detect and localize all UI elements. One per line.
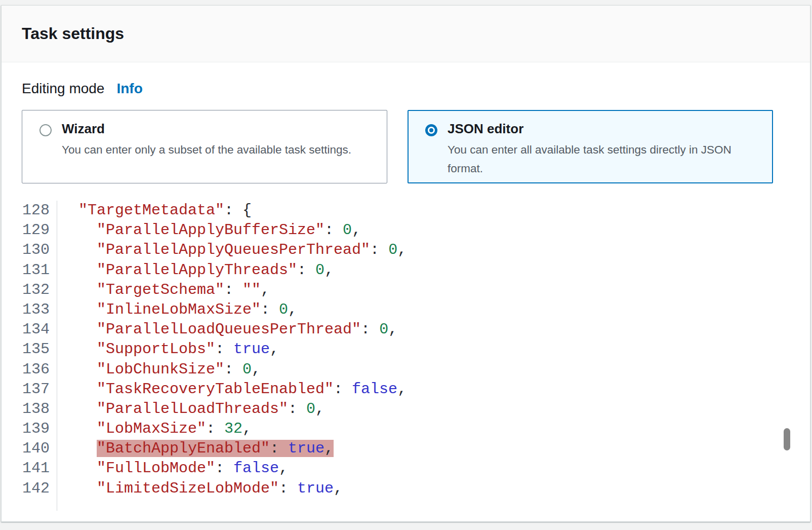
code-line[interactable]: "TargetSchema": "", [60,280,790,300]
code-line[interactable]: "LimitedSizeLobMode": true, [60,479,790,499]
editing-mode-tiles: Wizard You can enter only a subset of th… [22,110,790,183]
line-number: 132 [22,280,50,300]
panel-body: Editing mode Info Wizard You can enter o… [2,62,810,511]
code-lines[interactable]: "TargetMetadata": { "ParallelApplyBuffer… [57,201,790,511]
json-editor-radio-icon[interactable] [425,124,437,136]
code-line[interactable]: "LobMaxSize": 32, [60,419,790,439]
line-number-gutter: 1281291301311321331341351361371381391401… [22,201,57,511]
task-settings-panel: Task settings Editing mode Info Wizard Y… [1,5,810,522]
wizard-label: Wizard [62,121,351,137]
line-number: 134 [22,320,50,339]
line-number: 129 [22,220,50,240]
line-number: 140 [22,439,50,459]
wizard-description: You can enter only a subset of the avail… [62,140,351,159]
code-line[interactable]: "TargetMetadata": { [60,201,790,220]
line-number: 137 [22,380,50,399]
page-title: Task settings [22,24,124,43]
wizard-radio-icon[interactable] [39,124,52,136]
code-line[interactable]: "LobChunkSize": 0, [60,360,790,380]
panel-header: Task settings [2,6,810,62]
line-number: 138 [22,399,50,419]
code-line[interactable]: "ParallelApplyQueuesPerThread": 0, [60,240,790,260]
highlighted-code: "BatchApplyEnabled": true, [97,440,334,457]
editing-mode-row: Editing mode Info [22,81,790,97]
json-code-editor[interactable]: 1281291301311321331341351361371381391401… [22,201,790,511]
json-editor-label: JSON editor [448,121,762,137]
line-number: 136 [22,360,50,380]
code-line[interactable]: "InlineLobMaxSize": 0, [60,300,790,320]
line-number: 135 [22,339,50,359]
line-number: 131 [22,260,50,280]
code-line[interactable]: "ParallelLoadQueuesPerThread": 0, [60,320,790,339]
code-line[interactable]: "ParallelApplyBufferSize": 0, [60,220,790,240]
line-number: 128 [22,201,50,220]
tile-json-editor[interactable]: JSON editor You can enter all available … [408,110,773,183]
line-number: 130 [22,240,50,260]
code-line[interactable]: "ParallelLoadThreads": 0, [60,399,790,419]
code-line[interactable]: "BatchApplyEnabled": true, [60,439,790,459]
editing-mode-label: Editing mode [22,81,104,97]
line-number: 133 [22,300,50,320]
line-number: 142 [22,479,50,499]
info-link[interactable]: Info [116,81,142,97]
page: Task settings Editing mode Info Wizard Y… [0,0,812,530]
editor-scrollbar-thumb[interactable] [784,428,790,450]
line-number: 141 [22,459,50,478]
code-line[interactable]: "FullLobMode": false, [60,459,790,478]
tile-wizard[interactable]: Wizard You can enter only a subset of th… [22,110,387,183]
json-editor-description: You can enter all available task setting… [448,140,762,178]
code-line[interactable]: "TaskRecoveryTableEnabled": false, [60,380,790,399]
line-number: 139 [22,419,50,439]
code-line[interactable]: "SupportLobs": true, [60,339,790,359]
code-line[interactable]: "ParallelApplyThreads": 0, [60,260,790,280]
